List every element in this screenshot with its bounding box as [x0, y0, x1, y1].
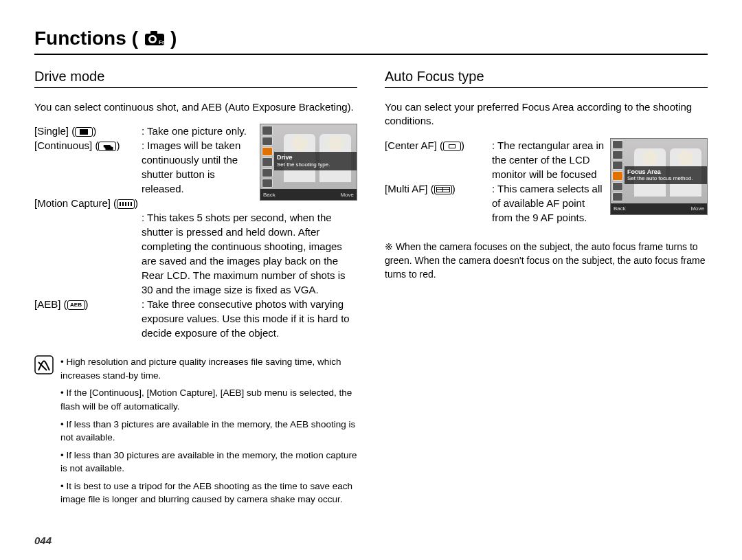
motion-capture-icon: [117, 199, 135, 209]
aeb-desc: Take three consecutive photos with varyi…: [142, 298, 350, 339]
page-title: Functions: [34, 27, 126, 49]
center-af-desc: The rectangular area in the center of th…: [492, 139, 604, 180]
page-title-row: Functions ( Fn ): [34, 27, 708, 55]
svg-text:Fn: Fn: [159, 39, 165, 45]
motion-desc-block: : This takes 5 shots per second, when th…: [34, 210, 357, 297]
note-item: It is best to use a tripod for the AEB s…: [60, 480, 357, 506]
auto-focus-options: Focus Area Set the auto focus method. Ba…: [385, 138, 708, 225]
note-icon: [34, 355, 54, 511]
option-single: [Single] () : Take one picture only.: [34, 124, 254, 138]
left-column: Drive mode You can select continuous sho…: [34, 65, 357, 511]
auto-focus-lead: You can select your preferred Focus Area…: [385, 100, 708, 128]
svg-rect-1: [150, 31, 157, 35]
drive-mode-lead: You can select continuous shot, and AEB …: [34, 100, 357, 114]
continuous-icon: [98, 142, 116, 151]
option-continuous: [Continuous] () : Images will be taken c…: [34, 138, 254, 196]
continuous-desc: Images will be taken continuously until …: [142, 139, 240, 194]
motion-label: [Motion Capture]: [34, 197, 111, 209]
motion-desc: This takes 5 shots per second, when the …: [142, 212, 346, 295]
note-item: If the [Continuous], [Motion Capture], […: [60, 386, 357, 413]
page-title-paren-close: ): [170, 27, 177, 49]
single-icon: [75, 127, 93, 137]
drive-mode-options: Drive Set the shooting type. Back Move […: [34, 124, 357, 340]
auto-focus-lcd-screenshot: Focus Area Set the auto focus method. Ba…: [610, 138, 708, 215]
center-af-icon: [443, 142, 461, 151]
page-title-paren-open: (: [132, 27, 139, 49]
lcd-banner-title: Drive: [277, 154, 354, 161]
lcd-back-label: Back: [614, 205, 626, 212]
page-number: 044: [34, 535, 52, 546]
multi-af-label: [Multi AF]: [385, 183, 428, 194]
multi-af-icon: [434, 185, 452, 194]
lcd-move-label: Move: [340, 191, 354, 199]
option-aeb: [AEB] () : Take three consecutive photos…: [34, 297, 357, 340]
drive-mode-heading: Drive mode: [34, 69, 357, 88]
option-motion-capture: [Motion Capture] (): [34, 196, 254, 210]
auto-focus-heading: Auto Focus type: [385, 69, 708, 88]
svg-point-3: [150, 37, 155, 41]
camera-fn-icon: Fn: [144, 30, 165, 47]
two-column-layout: Drive mode You can select continuous sho…: [34, 65, 708, 511]
svg-rect-5: [35, 356, 53, 374]
drive-mode-lcd-screenshot: Drive Set the shooting type. Back Move: [260, 124, 357, 201]
lcd-banner-subtitle: Set the shooting type.: [277, 161, 354, 168]
lcd-move-label: Move: [690, 205, 704, 212]
option-center-af: [Center AF] () : The rectangular area in…: [385, 138, 605, 181]
single-desc: Take one picture only.: [147, 125, 247, 137]
continuous-label: [Continuous]: [34, 139, 92, 151]
note-item: High resolution and picture quality incr…: [60, 355, 357, 382]
lcd-banner-subtitle: Set the auto focus method.: [627, 175, 704, 182]
option-multi-af: [Multi AF] () : This camera selects all …: [385, 181, 605, 225]
manual-page: Functions ( Fn ) Drive mode You can sele…: [0, 0, 742, 560]
lcd-banner-title: Focus Area: [627, 168, 704, 176]
aeb-label: [AEB]: [34, 298, 60, 310]
center-af-label: [Center AF]: [385, 139, 437, 151]
single-label: [Single]: [34, 125, 69, 137]
right-column: Auto Focus type You can select your pref…: [385, 65, 708, 511]
aeb-icon: [67, 300, 85, 310]
multi-af-desc: This camera selects all of available AF …: [492, 183, 603, 223]
lcd-back-label: Back: [263, 191, 276, 199]
notes-list: High resolution and picture quality incr…: [60, 355, 357, 511]
drive-mode-notes: High resolution and picture quality incr…: [34, 355, 357, 511]
note-item: If less than 30 pictures are available i…: [60, 449, 357, 475]
note-item: If less than 3 pictures are available in…: [60, 418, 357, 445]
focus-color-note: ※ When the camera focuses on the subject…: [385, 240, 708, 282]
